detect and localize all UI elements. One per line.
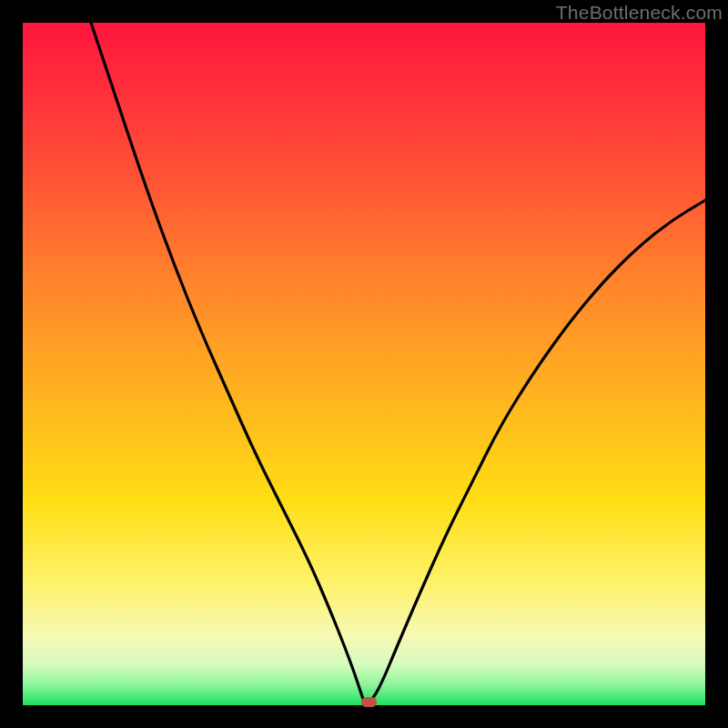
bottleneck-curve	[23, 23, 705, 705]
chart-frame: TheBottleneck.com	[0, 0, 728, 728]
optimal-marker	[361, 697, 377, 707]
watermark-text: TheBottleneck.com	[556, 2, 723, 24]
plot-area	[23, 23, 705, 705]
